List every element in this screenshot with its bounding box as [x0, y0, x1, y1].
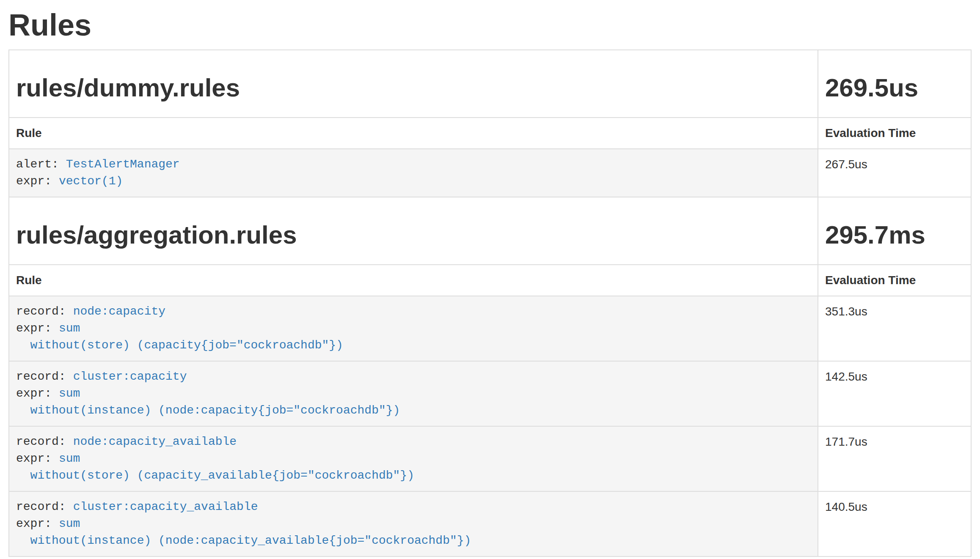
- rule-expression-link[interactable]: sum: [59, 452, 80, 465]
- rule-definition-cell: alert:TestAlertManagerexpr:vector(1): [9, 149, 818, 197]
- rule-definition-cell: record:cluster:capacityexpr:sum without(…: [9, 361, 818, 426]
- rule-group-file-cell: rules/aggregation.rules: [9, 197, 818, 265]
- rule-definition-cell: record:cluster:capacity_availableexpr:su…: [9, 491, 818, 556]
- rule-field-label: expr:: [16, 517, 52, 530]
- rule-code-line: expr:sum: [16, 385, 811, 402]
- page-container: Rules rules/dummy.rules 269.5us Rule Eva…: [0, 8, 980, 557]
- rule-field-label: alert:: [16, 158, 59, 171]
- rule-code-line: record:node:capacity_available: [16, 433, 811, 450]
- rule-code-line: without(store) (capacity{job="cockroachd…: [16, 337, 811, 354]
- rule-expression-link[interactable]: without(store) (capacity_available{job="…: [16, 469, 414, 482]
- rule-row: record:cluster:capacityexpr:sum without(…: [9, 361, 971, 426]
- column-header-row: Rule Evaluation Time: [9, 265, 971, 296]
- rule-field-label: record:: [16, 305, 66, 318]
- rule-code-line: record:node:capacity: [16, 303, 811, 320]
- rule-code-line: expr:sum: [16, 450, 811, 467]
- rule-expression-link[interactable]: without(store) (capacity{job="cockroachd…: [16, 339, 343, 352]
- rule-row: alert:TestAlertManagerexpr:vector(1) 267…: [9, 149, 971, 197]
- rule-code-line: without(store) (capacity_available{job="…: [16, 467, 811, 484]
- rule-group-eval-time: 269.5us: [825, 74, 964, 102]
- rule-expression-link[interactable]: cluster:capacity_available: [73, 500, 258, 513]
- rule-eval-time: 267.5us: [818, 149, 971, 197]
- rule-code-line: alert:TestAlertManager: [16, 156, 811, 173]
- rule-group-file: rules/aggregation.rules: [16, 221, 811, 249]
- rule-code-line: record:cluster:capacity: [16, 368, 811, 385]
- rule-expression-link[interactable]: TestAlertManager: [66, 158, 180, 171]
- rule-definition-cell: record:node:capacity_availableexpr:sum w…: [9, 426, 818, 491]
- rule-definition-cell: record:node:capacityexpr:sum without(sto…: [9, 296, 818, 361]
- rule-expression-link[interactable]: sum: [59, 322, 80, 335]
- rule-eval-time: 171.7us: [818, 426, 971, 491]
- rule-column-header: Rule: [16, 274, 42, 287]
- rule-field-label: expr:: [16, 387, 52, 400]
- rules-table: rules/dummy.rules 269.5us Rule Evaluatio…: [8, 49, 972, 557]
- rule-group-header-row: rules/dummy.rules 269.5us: [9, 50, 971, 118]
- rule-expression-link[interactable]: sum: [59, 517, 80, 530]
- eval-time-column-header: Evaluation Time: [825, 274, 916, 287]
- rule-code-line: record:cluster:capacity_available: [16, 499, 811, 515]
- rule-group-eval-time-cell: 295.7ms: [818, 197, 971, 265]
- rule-row: record:cluster:capacity_availableexpr:su…: [9, 491, 971, 556]
- rule-row: record:node:capacity_availableexpr:sum w…: [9, 426, 971, 491]
- rule-field-label: record:: [16, 435, 66, 448]
- rule-group-eval-time: 295.7ms: [825, 221, 964, 249]
- rule-code-line: expr:sum: [16, 320, 811, 337]
- rule-expression-link[interactable]: without(instance) (node:capacity_availab…: [16, 534, 471, 547]
- rule-eval-time: 140.5us: [818, 491, 971, 556]
- rule-field-label: record:: [16, 370, 66, 383]
- rule-eval-time: 351.3us: [818, 296, 971, 361]
- rule-expression-link[interactable]: vector(1): [59, 175, 123, 188]
- rule-code-line: expr:vector(1): [16, 173, 811, 190]
- rule-field-label: expr:: [16, 452, 52, 465]
- rule-code-line: without(instance) (node:capacity_availab…: [16, 532, 811, 549]
- rule-row: record:node:capacityexpr:sum without(sto…: [9, 296, 971, 361]
- rule-field-label: expr:: [16, 175, 52, 188]
- rule-expression-link[interactable]: without(instance) (node:capacity{job="co…: [16, 404, 400, 417]
- rule-group-file-cell: rules/dummy.rules: [9, 50, 818, 118]
- rule-expression-link[interactable]: sum: [59, 387, 80, 400]
- column-header-row: Rule Evaluation Time: [9, 118, 971, 149]
- rule-field-label: record:: [16, 500, 66, 513]
- page-title: Rules: [8, 8, 972, 42]
- rule-column-header: Rule: [16, 126, 42, 140]
- rule-expression-link[interactable]: cluster:capacity: [73, 370, 187, 383]
- rule-field-label: expr:: [16, 322, 52, 335]
- rule-code-line: expr:sum: [16, 515, 811, 532]
- rule-code-line: without(instance) (node:capacity{job="co…: [16, 402, 811, 419]
- rule-eval-time: 142.5us: [818, 361, 971, 426]
- rule-expression-link[interactable]: node:capacity_available: [73, 435, 237, 448]
- rule-group-file: rules/dummy.rules: [16, 74, 811, 102]
- eval-time-column-header: Evaluation Time: [825, 126, 916, 140]
- rule-expression-link[interactable]: node:capacity: [73, 305, 165, 318]
- rule-group-eval-time-cell: 269.5us: [818, 50, 971, 118]
- rule-group-header-row: rules/aggregation.rules 295.7ms: [9, 197, 971, 265]
